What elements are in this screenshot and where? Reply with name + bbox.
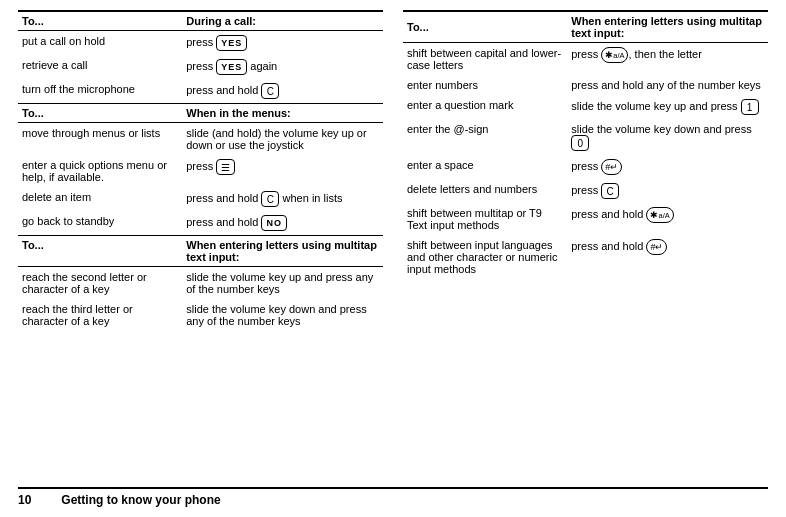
section-col1: To... [18, 104, 182, 123]
yes-key: YES [216, 35, 247, 51]
instruction-cell: slide the volume key up and press any of… [182, 267, 383, 300]
action-cell: go back to standby [18, 211, 182, 236]
instruction-cell: slide the volume key up and press 1 [567, 95, 768, 119]
key-1: 1 [741, 99, 759, 115]
action-cell: shift between input languages and other … [403, 235, 567, 279]
action-cell: move through menus or lists [18, 123, 182, 156]
table-row: retrieve a call press YES again [18, 55, 383, 79]
footer: 10 Getting to know your phone [18, 487, 768, 507]
instruction-cell: press YES [182, 31, 383, 56]
action-cell: delete an item [18, 187, 182, 211]
left-table: To... During a call: put a call on hold … [18, 10, 383, 331]
action-cell: shift between capital and lower-case let… [403, 43, 567, 76]
star-aa-key: ✱a/A [601, 47, 628, 63]
key-0: 0 [571, 135, 589, 151]
action-cell: put a call on hold [18, 31, 182, 56]
table-row: enter a quick options menu or help, if a… [18, 155, 383, 187]
action-cell: reach the second letter or character of … [18, 267, 182, 300]
table-row: enter the @-sign slide the volume key do… [403, 119, 768, 155]
table-row: delete letters and numbers press C [403, 179, 768, 203]
table-row: shift between input languages and other … [403, 235, 768, 279]
hash-space-key2: #↵ [646, 239, 667, 255]
table-row: put a call on hold press YES [18, 31, 383, 56]
action-cell: shift between multitap or T9 Text input … [403, 203, 567, 235]
footer-title: Getting to know your phone [61, 493, 220, 507]
section-header-letters: To... When entering letters using multit… [18, 236, 383, 267]
section-header-menus: To... When in the menus: [18, 104, 383, 123]
page-number: 10 [18, 493, 31, 507]
section-col1: To... [18, 236, 182, 267]
instruction-cell: press and hold C when in lists [182, 187, 383, 211]
action-cell: turn off the microphone [18, 79, 182, 104]
yes-key: YES [216, 59, 247, 75]
hash-space-key: #↵ [601, 159, 622, 175]
instruction-cell: slide the volume key down and press 0 [567, 119, 768, 155]
action-cell: reach the third letter or character of a… [18, 299, 182, 331]
table-row: move through menus or lists slide (and h… [18, 123, 383, 156]
right-col2-header: When entering letters using multitap tex… [567, 11, 768, 43]
c-key: C [601, 183, 619, 199]
table-row: enter numbers press and hold any of the … [403, 75, 768, 95]
instruction-cell: press ☰ [182, 155, 383, 187]
instruction-cell: press and hold ✱a/A [567, 203, 768, 235]
left-column: To... During a call: put a call on hold … [18, 10, 383, 481]
instruction-cell: press and hold any of the number keys [567, 75, 768, 95]
table-row: enter a space press #↵ [403, 155, 768, 179]
action-cell: enter a quick options menu or help, if a… [18, 155, 182, 187]
action-cell: enter the @-sign [403, 119, 567, 155]
table-row: go back to standby press and hold NO [18, 211, 383, 236]
instruction-cell: press YES again [182, 55, 383, 79]
action-cell: retrieve a call [18, 55, 182, 79]
instruction-cell: slide (and hold) the volume key up or do… [182, 123, 383, 156]
table-row: reach the third letter or character of a… [18, 299, 383, 331]
table-row: enter a question mark slide the volume k… [403, 95, 768, 119]
instruction-cell: press C [567, 179, 768, 203]
star-aa-key2: ✱a/A [646, 207, 673, 223]
action-cell: enter a question mark [403, 95, 567, 119]
instruction-cell: press and hold NO [182, 211, 383, 236]
page: To... During a call: put a call on hold … [0, 0, 786, 517]
action-cell: enter a space [403, 155, 567, 179]
content-area: To... During a call: put a call on hold … [18, 10, 768, 481]
table-row: delete an item press and hold C when in … [18, 187, 383, 211]
instruction-cell: slide the volume key down and press any … [182, 299, 383, 331]
table-row: reach the second letter or character of … [18, 267, 383, 300]
right-table: To... When entering letters using multit… [403, 10, 768, 279]
instruction-cell: press ✱a/A, then the letter [567, 43, 768, 76]
instruction-cell: press and hold C [182, 79, 383, 104]
no-key: NO [261, 215, 287, 231]
action-cell: delete letters and numbers [403, 179, 567, 203]
left-col1-header: To... [18, 11, 182, 31]
instruction-cell: press #↵ [567, 155, 768, 179]
right-column: To... When entering letters using multit… [403, 10, 768, 481]
table-row: shift between capital and lower-case let… [403, 43, 768, 76]
instruction-cell: press and hold #↵ [567, 235, 768, 279]
right-col1-header: To... [403, 11, 567, 43]
action-cell: enter numbers [403, 75, 567, 95]
c-key: C [261, 83, 279, 99]
c-key: C [261, 191, 279, 207]
section-col2: When in the menus: [182, 104, 383, 123]
section-col2: When entering letters using multitap tex… [182, 236, 383, 267]
left-col2-header: During a call: [182, 11, 383, 31]
table-row: turn off the microphone press and hold C [18, 79, 383, 104]
table-row: shift between multitap or T9 Text input … [403, 203, 768, 235]
menu-key: ☰ [216, 159, 235, 175]
